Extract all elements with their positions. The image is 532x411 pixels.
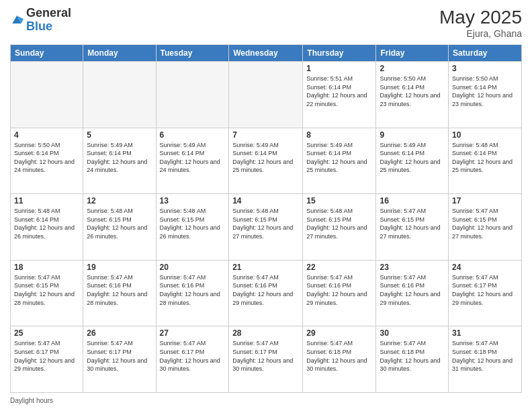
day-cell: 16Sunrise: 5:47 AM Sunset: 6:15 PM Dayli… xyxy=(376,194,449,261)
logo: General Blue xyxy=(10,7,71,34)
day-number: 30 xyxy=(380,328,445,338)
col-header-monday: Monday xyxy=(83,45,156,62)
day-cell: 12Sunrise: 5:48 AM Sunset: 6:15 PM Dayli… xyxy=(83,194,156,261)
day-cell: 14Sunrise: 5:48 AM Sunset: 6:15 PM Dayli… xyxy=(229,194,303,261)
day-cell: 13Sunrise: 5:48 AM Sunset: 6:15 PM Dayli… xyxy=(156,194,229,261)
day-info: Sunrise: 5:48 AM Sunset: 6:14 PM Dayligh… xyxy=(14,207,79,240)
day-cell: 21Sunrise: 5:47 AM Sunset: 6:16 PM Dayli… xyxy=(229,260,303,326)
day-info: Sunrise: 5:50 AM Sunset: 6:14 PM Dayligh… xyxy=(452,75,518,108)
day-cell: 20Sunrise: 5:47 AM Sunset: 6:16 PM Dayli… xyxy=(156,260,229,326)
day-cell xyxy=(156,62,229,128)
day-cell: 29Sunrise: 5:47 AM Sunset: 6:18 PM Dayli… xyxy=(303,326,376,393)
day-info: Sunrise: 5:47 AM Sunset: 6:17 PM Dayligh… xyxy=(160,339,226,373)
day-info: Sunrise: 5:47 AM Sunset: 6:16 PM Dayligh… xyxy=(306,273,372,307)
day-info: Sunrise: 5:47 AM Sunset: 6:17 PM Dayligh… xyxy=(452,273,518,307)
day-cell: 1Sunrise: 5:51 AM Sunset: 6:14 PM Daylig… xyxy=(303,62,376,128)
logo-general: General xyxy=(26,6,71,19)
day-cell: 23Sunrise: 5:47 AM Sunset: 6:16 PM Dayli… xyxy=(376,260,449,326)
day-number: 28 xyxy=(232,328,299,338)
day-cell: 10Sunrise: 5:48 AM Sunset: 6:14 PM Dayli… xyxy=(449,128,522,194)
week-row-2: 4Sunrise: 5:50 AM Sunset: 6:14 PM Daylig… xyxy=(11,128,522,194)
col-header-wednesday: Wednesday xyxy=(229,45,303,62)
day-info: Sunrise: 5:48 AM Sunset: 6:14 PM Dayligh… xyxy=(452,141,518,175)
day-info: Sunrise: 5:48 AM Sunset: 6:15 PM Dayligh… xyxy=(306,207,372,240)
logo-blue: Blue xyxy=(26,19,52,33)
logo-text: General Blue xyxy=(26,7,71,34)
week-row-5: 25Sunrise: 5:47 AM Sunset: 6:17 PM Dayli… xyxy=(11,326,522,393)
col-header-tuesday: Tuesday xyxy=(156,45,229,62)
col-header-sunday: Sunday xyxy=(11,45,83,62)
footer: Daylight hours xyxy=(10,397,522,404)
day-info: Sunrise: 5:47 AM Sunset: 6:16 PM Dayligh… xyxy=(380,273,445,307)
day-number: 14 xyxy=(232,196,299,205)
day-number: 21 xyxy=(232,263,299,272)
day-cell: 24Sunrise: 5:47 AM Sunset: 6:17 PM Dayli… xyxy=(449,260,522,326)
week-row-1: 1Sunrise: 5:51 AM Sunset: 6:14 PM Daylig… xyxy=(11,62,522,128)
day-info: Sunrise: 5:47 AM Sunset: 6:16 PM Dayligh… xyxy=(232,273,299,307)
col-header-saturday: Saturday xyxy=(449,45,522,62)
day-info: Sunrise: 5:47 AM Sunset: 6:18 PM Dayligh… xyxy=(380,339,445,373)
day-info: Sunrise: 5:49 AM Sunset: 6:14 PM Dayligh… xyxy=(380,141,445,175)
day-info: Sunrise: 5:49 AM Sunset: 6:14 PM Dayligh… xyxy=(87,141,152,175)
day-cell: 8Sunrise: 5:49 AM Sunset: 6:14 PM Daylig… xyxy=(303,128,376,194)
day-cell: 5Sunrise: 5:49 AM Sunset: 6:14 PM Daylig… xyxy=(83,128,156,194)
day-number: 1 xyxy=(306,64,372,73)
day-cell: 2Sunrise: 5:50 AM Sunset: 6:14 PM Daylig… xyxy=(376,62,449,128)
header: General Blue May 2025 Ejura, Ghana xyxy=(10,7,522,39)
page: General Blue May 2025 Ejura, Ghana Sunda… xyxy=(0,0,532,411)
day-cell: 30Sunrise: 5:47 AM Sunset: 6:18 PM Dayli… xyxy=(376,326,449,393)
day-number: 22 xyxy=(306,263,372,272)
day-info: Sunrise: 5:47 AM Sunset: 6:15 PM Dayligh… xyxy=(14,273,79,307)
day-info: Sunrise: 5:47 AM Sunset: 6:15 PM Dayligh… xyxy=(452,207,518,240)
day-number: 27 xyxy=(160,328,226,338)
day-info: Sunrise: 5:47 AM Sunset: 6:18 PM Dayligh… xyxy=(452,339,518,373)
week-row-3: 11Sunrise: 5:48 AM Sunset: 6:14 PM Dayli… xyxy=(11,194,522,261)
day-number: 23 xyxy=(380,263,445,272)
day-number: 11 xyxy=(14,196,79,205)
calendar-header-row: SundayMondayTuesdayWednesdayThursdayFrid… xyxy=(11,45,522,62)
day-cell: 4Sunrise: 5:50 AM Sunset: 6:14 PM Daylig… xyxy=(11,128,83,194)
day-cell: 7Sunrise: 5:49 AM Sunset: 6:14 PM Daylig… xyxy=(229,128,303,194)
day-number: 4 xyxy=(14,130,79,140)
day-info: Sunrise: 5:47 AM Sunset: 6:16 PM Dayligh… xyxy=(87,273,152,307)
week-row-4: 18Sunrise: 5:47 AM Sunset: 6:15 PM Dayli… xyxy=(11,260,522,326)
day-number: 20 xyxy=(160,263,226,272)
day-info: Sunrise: 5:47 AM Sunset: 6:17 PM Dayligh… xyxy=(14,339,79,373)
day-info: Sunrise: 5:50 AM Sunset: 6:14 PM Dayligh… xyxy=(380,75,445,108)
day-info: Sunrise: 5:48 AM Sunset: 6:15 PM Dayligh… xyxy=(87,207,152,240)
day-number: 7 xyxy=(232,130,299,140)
day-number: 18 xyxy=(14,263,79,272)
location: Ejura, Ghana xyxy=(439,28,522,39)
day-cell: 18Sunrise: 5:47 AM Sunset: 6:15 PM Dayli… xyxy=(11,260,83,326)
day-cell: 11Sunrise: 5:48 AM Sunset: 6:14 PM Dayli… xyxy=(11,194,83,261)
day-number: 2 xyxy=(380,64,445,73)
day-info: Sunrise: 5:47 AM Sunset: 6:16 PM Dayligh… xyxy=(160,273,226,307)
day-number: 9 xyxy=(380,130,445,140)
day-number: 15 xyxy=(306,196,372,205)
day-cell: 17Sunrise: 5:47 AM Sunset: 6:15 PM Dayli… xyxy=(449,194,522,261)
day-cell: 15Sunrise: 5:48 AM Sunset: 6:15 PM Dayli… xyxy=(303,194,376,261)
day-number: 26 xyxy=(87,328,152,338)
day-info: Sunrise: 5:51 AM Sunset: 6:14 PM Dayligh… xyxy=(306,75,372,108)
day-number: 8 xyxy=(306,130,372,140)
day-number: 29 xyxy=(306,328,372,338)
day-cell: 6Sunrise: 5:49 AM Sunset: 6:14 PM Daylig… xyxy=(156,128,229,194)
day-number: 24 xyxy=(452,263,518,272)
day-info: Sunrise: 5:47 AM Sunset: 6:17 PM Dayligh… xyxy=(232,339,299,373)
day-number: 31 xyxy=(452,328,518,338)
day-info: Sunrise: 5:49 AM Sunset: 6:14 PM Dayligh… xyxy=(160,141,226,175)
day-info: Sunrise: 5:47 AM Sunset: 6:15 PM Dayligh… xyxy=(380,207,445,240)
day-number: 17 xyxy=(452,196,518,205)
title-block: May 2025 Ejura, Ghana xyxy=(439,7,522,39)
day-number: 12 xyxy=(87,196,152,205)
day-info: Sunrise: 5:47 AM Sunset: 6:18 PM Dayligh… xyxy=(306,339,372,373)
footer-text: Daylight hours xyxy=(10,397,53,404)
day-info: Sunrise: 5:50 AM Sunset: 6:14 PM Dayligh… xyxy=(14,141,79,175)
day-info: Sunrise: 5:49 AM Sunset: 6:14 PM Dayligh… xyxy=(306,141,372,175)
calendar: SundayMondayTuesdayWednesdayThursdayFrid… xyxy=(10,44,522,393)
day-info: Sunrise: 5:48 AM Sunset: 6:15 PM Dayligh… xyxy=(160,207,226,240)
day-number: 16 xyxy=(380,196,445,205)
day-cell xyxy=(229,62,303,128)
day-number: 10 xyxy=(452,130,518,140)
day-cell: 9Sunrise: 5:49 AM Sunset: 6:14 PM Daylig… xyxy=(376,128,449,194)
